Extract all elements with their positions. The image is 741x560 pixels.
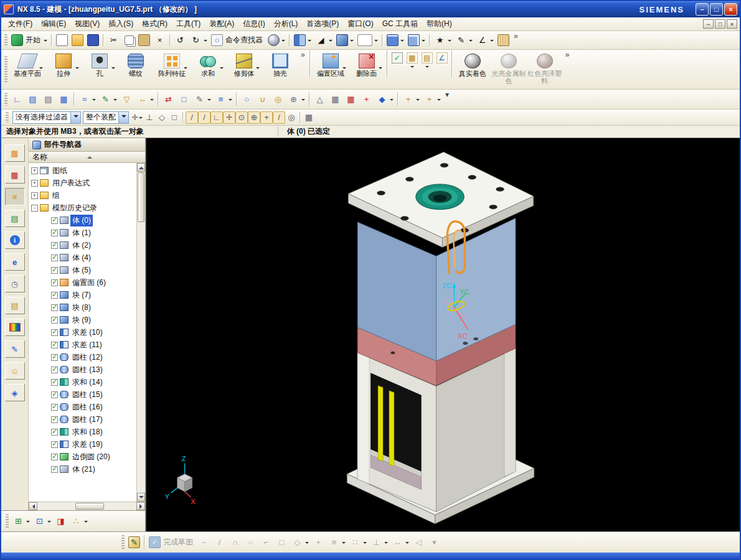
dropdown-arrow-icon[interactable] [342,542,346,546]
dropdown-arrow-icon[interactable] [410,66,414,70]
torus-tool-button[interactable]: ◎ [270,92,286,107]
feature-checkbox[interactable] [51,391,58,398]
constraint-button[interactable]: ⊥ [369,535,390,550]
fillet-button[interactable]: ⌐ [258,535,274,550]
tree-row[interactable]: 体 (21) [29,463,136,475]
part-navigator[interactable]: ≡ [5,188,25,205]
menu-item[interactable]: 首选项(P) [302,17,343,31]
triangle-tool-button[interactable]: △ [312,92,328,107]
snap-intersection-button[interactable]: ✛ [223,111,235,124]
scrollbar-thumb[interactable] [138,172,144,222]
delete-face-button[interactable]: 删除面 [349,50,385,88]
tree-row[interactable]: 体 (4) [29,251,136,264]
menu-item[interactable]: 文件(F) [4,17,37,31]
select-body-button[interactable]: □ [168,111,181,124]
tree-row[interactable]: 块 (8) [29,301,136,314]
snap-end-point-button[interactable]: / [186,111,198,124]
csys-small-button[interactable]: ∠ [435,50,450,64]
pattern-feature-button[interactable]: 阵列特征 [154,50,190,88]
dropdown-arrow-icon[interactable] [84,521,88,525]
dropdown-arrow-icon[interactable] [425,66,429,70]
dropdown-arrow-icon[interactable] [390,99,394,103]
process-studio[interactable]: ✎ [5,340,25,358]
mold-assembly-model[interactable]: ZC YC XC Z X Y [146,138,740,531]
feature-checkbox[interactable] [51,242,58,249]
feature-checkbox[interactable] [51,317,58,324]
feature-checkbox[interactable] [51,454,58,460]
pattern-curve-button[interactable]: ∷ [347,535,369,550]
row1-overflow-chevron[interactable]: » [511,32,521,40]
tools-button[interactable]: + [359,92,374,107]
arc-button[interactable]: ∩ [227,535,243,550]
feature-checkbox[interactable] [51,279,58,286]
maximize-button[interactable]: □ [710,3,723,16]
sketch-button[interactable]: ✎ [126,535,142,550]
tree-row[interactable]: + 图纸 [29,164,136,177]
name-column-header[interactable]: 名称 [29,152,145,163]
dropdown-arrow-icon[interactable] [281,40,285,44]
mdi-restore-button[interactable]: □ [715,19,725,29]
sketch-task-button[interactable]: ✎ [453,33,474,48]
check-mate-button[interactable]: ✓ [390,50,405,64]
dropdown-arrow-icon[interactable] [207,99,211,103]
menu-item[interactable]: 帮助(H) [422,17,456,31]
feature-checkbox[interactable] [51,230,58,236]
datum-plane-button[interactable]: 基准平面 [9,50,45,88]
tree-row[interactable]: - 模型历史记录 [29,202,136,214]
feature-overflow-chevron-right[interactable]: » [563,50,572,59]
snap-arc-center-button[interactable]: ⊙ [235,111,248,124]
expand-toggle-icon[interactable]: + [31,180,38,187]
menu-item[interactable]: 信息(I) [238,17,269,31]
feature-checkbox[interactable] [51,267,58,274]
tree-row[interactable]: 求和 (14) [29,376,136,388]
visualization-scene[interactable]: ◈ [5,384,25,401]
scrollbar-thumb[interactable] [75,503,104,510]
expand-toggle-icon[interactable]: + [31,192,38,199]
circle-button[interactable]: ○ [243,535,258,550]
layer-category-button[interactable]: ▤ [420,50,435,70]
tree-row[interactable]: 体 (0) [29,214,136,226]
feature-checkbox[interactable] [51,292,58,299]
constraint-navigator[interactable]: ▦ [5,166,25,184]
dropdown-arrow-icon[interactable] [220,67,224,71]
snap-point-on-curve-button[interactable]: / [273,111,285,124]
menu-item[interactable]: 插入(S) [104,17,138,31]
snap-point-on-face-button[interactable]: ◎ [285,111,298,124]
row3-overflow-chevron[interactable]: ▾ [443,90,451,99]
tree-row[interactable]: 圆柱 (16) [29,401,136,413]
tree-row[interactable]: 偏置面 (6) [29,276,136,289]
tree-row[interactable]: 边倒圆 (20) [29,450,136,463]
sync-arrows-button[interactable]: ⇄ [161,92,176,107]
start-button[interactable]: 开始 [9,33,49,48]
fit-window-button[interactable] [292,33,313,48]
wave-geometry-linker-button[interactable]: ≈ [77,92,98,107]
dropdown-arrow-icon[interactable] [400,40,404,44]
dropdown-arrow-icon[interactable] [405,542,409,546]
feature-checkbox[interactable] [51,342,58,348]
feature-checkbox[interactable] [51,366,58,373]
quick-add-2-button[interactable]: + [422,92,443,107]
trim-body-button[interactable]: 修剪体 [226,50,262,88]
tree-row[interactable]: + 组 [29,189,136,202]
filter-flag-button[interactable]: ◨ [53,514,68,529]
snap-mid-point-button[interactable]: / [198,111,210,124]
dropdown-arrow-icon[interactable] [150,99,154,103]
tree-row[interactable]: 求差 (19) [29,438,136,450]
export-navigator-button[interactable]: ⊡ [32,514,53,529]
expand-toggle-icon[interactable]: + [31,167,38,174]
dropdown-arrow-icon[interactable] [363,542,367,546]
mirror-curve-button[interactable]: ◁ [411,535,427,550]
tree-row[interactable]: 块 (9) [29,314,136,326]
tree-row[interactable]: 求差 (11) [29,338,136,351]
tree-row[interactable]: 求和 (18) [29,426,136,438]
chevron-down-icon[interactable] [118,112,128,123]
thread-button[interactable]: 螺纹 [118,50,154,88]
gear-tool-button[interactable]: ⊕ [286,92,307,107]
menu-item[interactable]: 编辑(E) [37,17,70,31]
menu-item[interactable]: GC 工具箱 [378,17,422,31]
view-layout-select[interactable] [356,33,380,48]
delete-button[interactable]: × [152,33,168,48]
layer-visible-in-view-button[interactable]: ▦ [56,92,72,107]
show-hide-button[interactable]: ▽ [119,92,135,107]
dropdown-arrow-icon[interactable] [39,67,43,71]
